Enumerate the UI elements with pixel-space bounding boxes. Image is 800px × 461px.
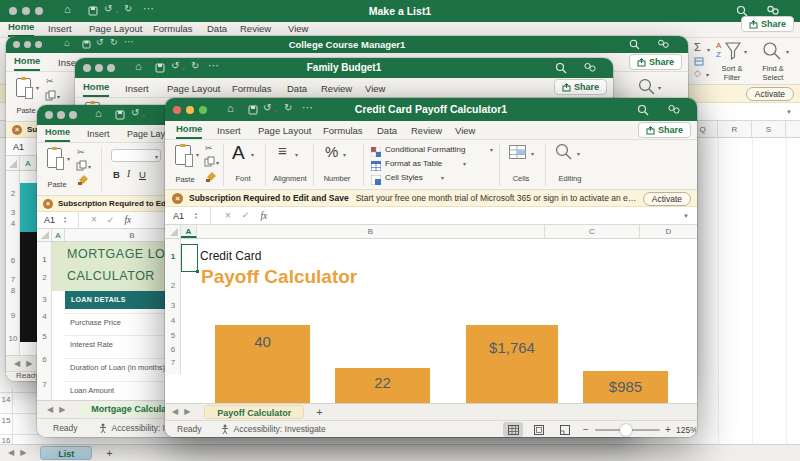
close-button[interactable] bbox=[173, 106, 181, 114]
cancel-entry-icon[interactable]: × bbox=[225, 211, 231, 221]
zoom-out-button[interactable]: − bbox=[583, 425, 589, 435]
people-icon[interactable] bbox=[657, 39, 670, 49]
home-icon[interactable]: ⌂ bbox=[64, 38, 70, 48]
tab-insert[interactable]: Insert bbox=[125, 83, 149, 97]
row-header[interactable]: 7 bbox=[6, 275, 20, 284]
row-header[interactable]: 7 bbox=[165, 358, 181, 367]
page-break-view-button[interactable] bbox=[555, 422, 575, 437]
column-header-c[interactable]: C bbox=[545, 225, 640, 238]
row-header[interactable]: 2 bbox=[6, 189, 20, 198]
zoom-in-button[interactable]: + bbox=[665, 425, 671, 435]
italic-button[interactable]: I bbox=[127, 169, 130, 179]
copy-chevron-icon[interactable]: ▾ bbox=[88, 163, 91, 170]
prev-sheet-icon[interactable]: ◀ bbox=[172, 408, 178, 416]
people-icon[interactable] bbox=[766, 5, 780, 16]
tab-home[interactable]: Home bbox=[8, 21, 34, 37]
fill-handle[interactable] bbox=[196, 270, 199, 273]
row-header[interactable]: 5 bbox=[37, 332, 52, 341]
row-header[interactable]: 8 bbox=[6, 286, 20, 295]
add-sheet-button[interactable]: + bbox=[316, 406, 322, 418]
people-icon[interactable] bbox=[583, 62, 597, 73]
share-button[interactable]: Share bbox=[638, 122, 691, 138]
cell-text-credit-card[interactable]: Credit Card bbox=[200, 249, 261, 263]
paste-button[interactable]: ▾ Paste bbox=[43, 146, 73, 193]
minimize-button[interactable] bbox=[22, 7, 30, 15]
normal-view-button[interactable] bbox=[503, 422, 523, 437]
select-all-corner[interactable] bbox=[165, 225, 181, 238]
field-purchase-price[interactable]: Purchase Price bbox=[70, 318, 121, 327]
confirm-entry-icon[interactable]: ✓ bbox=[242, 211, 250, 220]
field-duration[interactable]: Duration of Loan (in months) bbox=[70, 363, 165, 372]
close-button[interactable] bbox=[13, 41, 20, 48]
column-header-s[interactable]: S bbox=[752, 121, 786, 137]
close-button[interactable] bbox=[9, 7, 17, 15]
tab-home[interactable]: Home bbox=[83, 81, 109, 97]
share-button[interactable]: Share bbox=[554, 79, 607, 95]
tab-page-layout[interactable]: Page Layout bbox=[89, 23, 142, 37]
home-icon[interactable]: ⌂ bbox=[135, 61, 142, 72]
page-layout-view-button[interactable] bbox=[529, 422, 549, 437]
row-header-15[interactable]: 15 bbox=[0, 416, 12, 425]
conditional-formatting-button[interactable]: Conditional Formatting ▾ bbox=[371, 143, 493, 156]
share-button[interactable]: Share bbox=[629, 54, 682, 70]
row-header[interactable]: 1 bbox=[37, 255, 52, 264]
copy-chevron-icon[interactable]: ▾ bbox=[57, 93, 60, 100]
tab-page-layout[interactable]: Page Layout bbox=[167, 83, 220, 97]
underline-button[interactable]: U bbox=[139, 169, 146, 180]
next-sheet-icon[interactable]: ▶ bbox=[184, 408, 190, 416]
select-all-corner[interactable] bbox=[6, 156, 20, 170]
titlebar[interactable]: ⌂ ↺ ▾ ↻ ⋯ Family Budget1 bbox=[75, 58, 613, 78]
editing-magnifier-icon[interactable] bbox=[638, 78, 656, 96]
cut-icon[interactable]: ✂ bbox=[46, 77, 54, 86]
row-header[interactable]: 9 bbox=[6, 311, 20, 320]
tab-home[interactable]: Home bbox=[45, 127, 70, 142]
active-cell-a1[interactable] bbox=[181, 244, 198, 272]
row-header[interactable]: 5 bbox=[165, 331, 181, 340]
minimize-button[interactable] bbox=[95, 64, 103, 72]
minimize-button[interactable] bbox=[186, 106, 194, 114]
activate-button[interactable]: Activate bbox=[643, 192, 691, 206]
close-button[interactable] bbox=[83, 64, 91, 72]
copy-icon[interactable] bbox=[204, 156, 215, 167]
paste-button[interactable]: ▾ Paste bbox=[171, 143, 201, 187]
select-all-corner[interactable] bbox=[37, 229, 52, 241]
tab-formulas[interactable]: Formulas bbox=[232, 83, 272, 97]
cut-icon[interactable]: ✂ bbox=[205, 144, 213, 153]
format-painter-icon[interactable] bbox=[78, 174, 89, 185]
column-header-b[interactable]: B bbox=[197, 225, 545, 238]
sheet-grid[interactable]: 1 2 3 4 5 6 7 Credit Card Payoff Calcula… bbox=[165, 239, 697, 403]
save-icon[interactable] bbox=[115, 110, 125, 120]
tab-insert[interactable]: Insert bbox=[87, 129, 110, 142]
zoom-button[interactable] bbox=[35, 41, 42, 48]
titlebar[interactable]: ⌂ ↺ ▾ ↻ ⋯ Make a List1 bbox=[0, 0, 800, 22]
close-button[interactable] bbox=[45, 111, 53, 119]
tab-home[interactable]: Home bbox=[14, 55, 40, 71]
formula-expand-icon[interactable]: ▼ bbox=[683, 213, 689, 219]
field-interest-rate[interactable]: Interest Rate bbox=[70, 340, 113, 349]
tab-insert[interactable]: Insert bbox=[48, 23, 72, 37]
column-header-r[interactable]: R bbox=[718, 121, 752, 137]
row-header-14[interactable]: 14 bbox=[0, 395, 12, 404]
tab-formulas[interactable]: Formulas bbox=[153, 23, 193, 37]
font-button[interactable]: A ▾ Font bbox=[227, 142, 263, 186]
name-box[interactable]: A1 ▲ ▼ bbox=[165, 207, 211, 224]
people-icon[interactable] bbox=[667, 104, 681, 115]
cells-button[interactable]: ▾ Cells bbox=[505, 142, 541, 186]
zoom-button[interactable] bbox=[199, 106, 207, 114]
cell-styles-button[interactable]: Cell Styles ▾ bbox=[371, 171, 493, 184]
home-icon[interactable]: ⌂ bbox=[227, 103, 234, 114]
bold-button[interactable]: B bbox=[113, 169, 120, 180]
confirm-entry-icon[interactable]: ✓ bbox=[107, 216, 115, 225]
autosum-icon[interactable]: Σ bbox=[694, 42, 701, 53]
activate-button[interactable]: Activate bbox=[746, 87, 794, 101]
row-header[interactable]: 7 bbox=[37, 380, 52, 389]
bar-months-1[interactable]: 40 bbox=[215, 325, 310, 403]
prev-sheet-icon[interactable]: ◀ bbox=[8, 449, 14, 457]
editing-chevron-icon[interactable]: ▾ bbox=[658, 84, 661, 91]
tab-insert[interactable]: Insert bbox=[217, 125, 241, 139]
next-sheet-icon[interactable]: ▶ bbox=[59, 406, 65, 414]
tab-view[interactable]: View bbox=[365, 83, 385, 97]
insert-function-icon[interactable]: fx bbox=[260, 211, 267, 221]
bar-interest-1[interactable]: $1,764 bbox=[466, 325, 558, 403]
undo-icon[interactable]: ↺ bbox=[131, 108, 139, 118]
